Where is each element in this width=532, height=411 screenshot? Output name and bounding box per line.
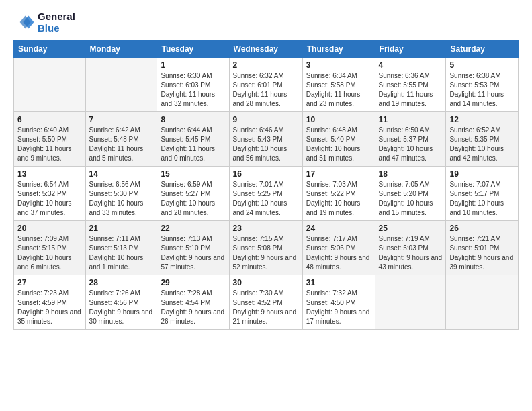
day-number: 26: [449, 224, 515, 233]
day-number: 14: [89, 169, 154, 179]
day-info: Sunrise: 7:26 AM Sunset: 4:56 PM Dayligh…: [89, 289, 154, 326]
calendar-cell: 26Sunrise: 7:21 AM Sunset: 5:01 PM Dayli…: [446, 221, 519, 275]
calendar: SundayMondayTuesdayWednesdayThursdayFrid…: [13, 40, 519, 330]
day-info: Sunrise: 6:36 AM Sunset: 5:55 PM Dayligh…: [379, 71, 443, 109]
weekday-header-saturday: Saturday: [446, 41, 519, 58]
day-info: Sunrise: 7:30 AM Sunset: 4:52 PM Dayligh…: [233, 289, 299, 326]
day-number: 4: [379, 60, 443, 70]
day-info: Sunrise: 7:09 AM Sunset: 5:15 PM Dayligh…: [17, 234, 82, 272]
day-number: 20: [17, 224, 82, 233]
calendar-cell: 20Sunrise: 7:09 AM Sunset: 5:15 PM Dayli…: [14, 221, 86, 275]
weekday-header-sunday: Sunday: [14, 41, 86, 58]
calendar-cell: 19Sunrise: 7:07 AM Sunset: 5:17 PM Dayli…: [446, 167, 519, 221]
day-number: 3: [306, 60, 371, 70]
day-number: 15: [161, 169, 225, 179]
page: General Blue SundayMondayTuesdayWednesda…: [0, 0, 532, 411]
day-info: Sunrise: 6:44 AM Sunset: 5:45 PM Dayligh…: [161, 126, 225, 163]
day-info: Sunrise: 7:17 AM Sunset: 5:06 PM Dayligh…: [306, 234, 371, 272]
day-info: Sunrise: 6:50 AM Sunset: 5:37 PM Dayligh…: [379, 126, 443, 163]
day-number: 18: [379, 169, 443, 179]
calendar-cell: 14Sunrise: 6:56 AM Sunset: 5:30 PM Dayli…: [85, 167, 157, 221]
day-number: 7: [89, 115, 154, 124]
calendar-cell: 27Sunrise: 7:23 AM Sunset: 4:59 PM Dayli…: [14, 275, 86, 330]
day-info: Sunrise: 7:28 AM Sunset: 4:54 PM Dayligh…: [161, 289, 225, 326]
calendar-cell: [446, 275, 519, 330]
header: General Blue: [13, 11, 519, 34]
day-number: 24: [306, 224, 371, 233]
day-info: Sunrise: 6:46 AM Sunset: 5:43 PM Dayligh…: [233, 126, 299, 163]
day-number: 16: [233, 169, 299, 179]
day-info: Sunrise: 6:56 AM Sunset: 5:30 PM Dayligh…: [89, 180, 154, 218]
day-number: 6: [17, 115, 82, 124]
day-info: Sunrise: 6:34 AM Sunset: 5:58 PM Dayligh…: [306, 71, 371, 109]
calendar-cell: 28Sunrise: 7:26 AM Sunset: 4:56 PM Dayli…: [85, 275, 157, 330]
calendar-row-1: 1Sunrise: 6:30 AM Sunset: 6:03 PM Daylig…: [14, 58, 519, 112]
weekday-header-wednesday: Wednesday: [229, 41, 302, 58]
calendar-cell: 25Sunrise: 7:19 AM Sunset: 5:03 PM Dayli…: [375, 221, 446, 275]
weekday-header-friday: Friday: [375, 41, 446, 58]
day-info: Sunrise: 7:23 AM Sunset: 4:59 PM Dayligh…: [17, 289, 82, 326]
day-number: 31: [306, 278, 371, 287]
weekday-header-tuesday: Tuesday: [157, 41, 229, 58]
calendar-cell: 8Sunrise: 6:44 AM Sunset: 5:45 PM Daylig…: [157, 112, 229, 167]
day-number: 1: [161, 60, 225, 70]
calendar-cell: 10Sunrise: 6:48 AM Sunset: 5:40 PM Dayli…: [302, 112, 375, 167]
weekday-header-thursday: Thursday: [302, 41, 375, 58]
day-info: Sunrise: 7:19 AM Sunset: 5:03 PM Dayligh…: [379, 234, 443, 272]
logo-text: General Blue: [38, 11, 75, 34]
day-number: 22: [161, 224, 225, 233]
day-info: Sunrise: 6:32 AM Sunset: 6:01 PM Dayligh…: [233, 71, 299, 109]
calendar-cell: 1Sunrise: 6:30 AM Sunset: 6:03 PM Daylig…: [157, 58, 229, 112]
calendar-cell: 22Sunrise: 7:13 AM Sunset: 5:10 PM Dayli…: [157, 221, 229, 275]
day-number: 21: [89, 224, 154, 233]
calendar-cell: 15Sunrise: 6:59 AM Sunset: 5:27 PM Dayli…: [157, 167, 229, 221]
calendar-cell: [14, 58, 86, 112]
calendar-cell: 9Sunrise: 6:46 AM Sunset: 5:43 PM Daylig…: [229, 112, 302, 167]
day-number: 29: [161, 278, 225, 287]
calendar-cell: 29Sunrise: 7:28 AM Sunset: 4:54 PM Dayli…: [157, 275, 229, 330]
calendar-cell: 6Sunrise: 6:40 AM Sunset: 5:50 PM Daylig…: [14, 112, 86, 167]
calendar-cell: 18Sunrise: 7:05 AM Sunset: 5:20 PM Dayli…: [375, 167, 446, 221]
day-number: 5: [449, 60, 515, 70]
day-info: Sunrise: 6:54 AM Sunset: 5:32 PM Dayligh…: [17, 180, 82, 218]
day-number: 25: [379, 224, 443, 233]
calendar-cell: 2Sunrise: 6:32 AM Sunset: 6:01 PM Daylig…: [229, 58, 302, 112]
calendar-cell: 4Sunrise: 6:36 AM Sunset: 5:55 PM Daylig…: [375, 58, 446, 112]
calendar-cell: 24Sunrise: 7:17 AM Sunset: 5:06 PM Dayli…: [302, 221, 375, 275]
logo: General Blue: [13, 11, 75, 34]
day-info: Sunrise: 7:15 AM Sunset: 5:08 PM Dayligh…: [233, 234, 299, 272]
day-number: 12: [449, 115, 515, 124]
calendar-cell: 31Sunrise: 7:32 AM Sunset: 4:50 PM Dayli…: [302, 275, 375, 330]
day-number: 11: [379, 115, 443, 124]
calendar-row-4: 20Sunrise: 7:09 AM Sunset: 5:15 PM Dayli…: [14, 221, 519, 275]
calendar-cell: [375, 275, 446, 330]
calendar-cell: [85, 58, 157, 112]
day-number: 27: [17, 278, 82, 287]
day-number: 19: [449, 169, 515, 179]
day-info: Sunrise: 6:59 AM Sunset: 5:27 PM Dayligh…: [161, 180, 225, 218]
day-info: Sunrise: 6:30 AM Sunset: 6:03 PM Dayligh…: [161, 71, 225, 109]
calendar-cell: 16Sunrise: 7:01 AM Sunset: 5:25 PM Dayli…: [229, 167, 302, 221]
weekday-header-monday: Monday: [85, 41, 157, 58]
day-number: 17: [306, 169, 371, 179]
calendar-cell: 23Sunrise: 7:15 AM Sunset: 5:08 PM Dayli…: [229, 221, 302, 275]
day-info: Sunrise: 6:52 AM Sunset: 5:35 PM Dayligh…: [449, 126, 515, 163]
calendar-cell: 30Sunrise: 7:30 AM Sunset: 4:52 PM Dayli…: [229, 275, 302, 330]
calendar-row-3: 13Sunrise: 6:54 AM Sunset: 5:32 PM Dayli…: [14, 167, 519, 221]
day-number: 9: [233, 115, 299, 124]
weekday-header-row: SundayMondayTuesdayWednesdayThursdayFrid…: [14, 41, 519, 58]
day-info: Sunrise: 7:21 AM Sunset: 5:01 PM Dayligh…: [449, 234, 515, 272]
day-number: 23: [233, 224, 299, 233]
day-number: 30: [233, 278, 299, 287]
day-info: Sunrise: 6:48 AM Sunset: 5:40 PM Dayligh…: [306, 126, 371, 163]
calendar-cell: 3Sunrise: 6:34 AM Sunset: 5:58 PM Daylig…: [302, 58, 375, 112]
calendar-cell: 13Sunrise: 6:54 AM Sunset: 5:32 PM Dayli…: [14, 167, 86, 221]
calendar-cell: 17Sunrise: 7:03 AM Sunset: 5:22 PM Dayli…: [302, 167, 375, 221]
day-info: Sunrise: 7:07 AM Sunset: 5:17 PM Dayligh…: [449, 180, 515, 218]
day-number: 8: [161, 115, 225, 124]
logo-icon: [13, 11, 35, 33]
calendar-cell: 11Sunrise: 6:50 AM Sunset: 5:37 PM Dayli…: [375, 112, 446, 167]
calendar-row-5: 27Sunrise: 7:23 AM Sunset: 4:59 PM Dayli…: [14, 275, 519, 330]
day-number: 28: [89, 278, 154, 287]
day-info: Sunrise: 7:05 AM Sunset: 5:20 PM Dayligh…: [379, 180, 443, 218]
